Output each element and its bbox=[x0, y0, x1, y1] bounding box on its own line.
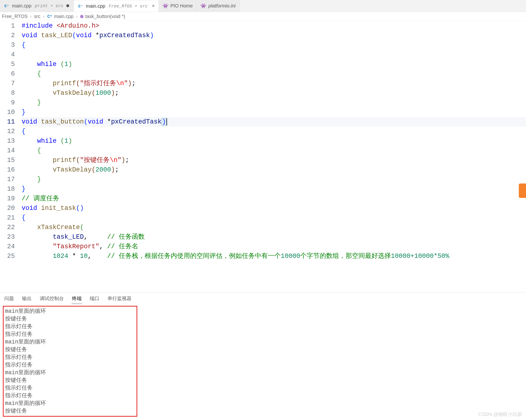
tab-title: PIO Home bbox=[170, 3, 193, 9]
breadcrumb-part[interactable]: Free_RTOS bbox=[2, 14, 28, 19]
code-line[interactable]: printf("指示灯任务\n"); bbox=[22, 79, 526, 88]
terminal-line: 指示灯任务 bbox=[5, 330, 135, 338]
line-number: 14 bbox=[0, 146, 15, 155]
code-line[interactable]: void task_LED(void *pxCreatedTask) bbox=[22, 31, 526, 40]
code-line[interactable]: { bbox=[22, 146, 526, 155]
code-line[interactable]: while (1) bbox=[22, 136, 526, 146]
terminal-line: 按键任务 bbox=[5, 377, 135, 384]
terminal-line: 指示灯任务 bbox=[5, 384, 135, 392]
terminal-line: 指示灯任务 bbox=[5, 361, 135, 369]
line-number: 4 bbox=[0, 50, 15, 60]
code-line[interactable]: vTaskDelay(2000); bbox=[22, 165, 526, 175]
line-number: 6 bbox=[0, 69, 15, 79]
line-number: 17 bbox=[0, 175, 15, 184]
code-line[interactable]: "TaskReport", // 任务名 bbox=[22, 242, 526, 251]
symbol-icon: ⬢ bbox=[80, 14, 84, 19]
line-number: 24 bbox=[0, 242, 15, 251]
tab-title: platformio.ini bbox=[208, 3, 235, 9]
code-line[interactable]: printf("按键任务\n"); bbox=[22, 155, 526, 165]
code-line[interactable]: xTaskCreate( bbox=[22, 223, 526, 232]
code-line[interactable]: void init_task() bbox=[22, 203, 526, 213]
code-line[interactable]: } bbox=[22, 184, 526, 194]
watermark: CSDN @物联小玩家 bbox=[478, 411, 522, 418]
cpp-icon: C⁺ bbox=[78, 3, 83, 9]
line-number: 8 bbox=[0, 88, 15, 98]
code-line[interactable]: #include <Arduino.h> bbox=[22, 21, 526, 31]
terminal-line: main里面的循环 bbox=[5, 400, 135, 407]
breadcrumb-part[interactable]: src bbox=[34, 14, 40, 19]
code-area[interactable]: #include <Arduino.h>void task_LED(void *… bbox=[22, 21, 526, 292]
terminal-line: 指示灯任务 bbox=[5, 354, 135, 361]
breadcrumb-part[interactable]: task_button(void *) bbox=[85, 14, 125, 19]
code-line[interactable]: { bbox=[22, 127, 526, 136]
line-number: 22 bbox=[0, 223, 15, 232]
code-line[interactable]: } bbox=[22, 98, 526, 108]
line-number: 25 bbox=[0, 251, 15, 261]
line-number: 9 bbox=[0, 98, 15, 108]
terminal-line: 按键任务 bbox=[5, 407, 135, 415]
code-line[interactable] bbox=[22, 50, 526, 60]
line-number: 15 bbox=[0, 155, 15, 165]
line-number: 20 bbox=[0, 203, 15, 213]
line-number: 13 bbox=[0, 136, 15, 146]
code-line[interactable]: { bbox=[22, 40, 526, 50]
line-number: 2 bbox=[0, 31, 15, 40]
line-gutter: 1234567891011121314151617181920212223242… bbox=[0, 21, 22, 292]
terminal-line: main里面的循环 bbox=[5, 338, 135, 346]
platformio-side-badge[interactable] bbox=[519, 183, 526, 198]
panel-tabs: 问题输出调试控制台终端端口串行监视器 bbox=[0, 292, 526, 304]
editor-tab-0[interactable]: C⁺main.cppprint • src● bbox=[0, 0, 74, 12]
line-number: 1 bbox=[0, 21, 15, 31]
panel-tab-终端[interactable]: 终端 bbox=[71, 294, 82, 304]
breadcrumb-part[interactable]: main.cpp bbox=[54, 14, 73, 19]
panel-tab-端口[interactable]: 端口 bbox=[89, 294, 100, 304]
tab-subtitle: Free_RTOS • src bbox=[109, 4, 148, 9]
code-line[interactable]: vTaskDelay(1000); bbox=[22, 88, 526, 98]
code-line[interactable]: task_LED, // 任务函数 bbox=[22, 232, 526, 242]
panel-tab-调试控制台[interactable]: 调试控制台 bbox=[39, 294, 64, 304]
line-number: 12 bbox=[0, 127, 15, 136]
panel-tab-输出[interactable]: 输出 bbox=[22, 294, 32, 304]
line-number: 23 bbox=[0, 232, 15, 242]
terminal-line: 指示灯任务 bbox=[5, 392, 135, 400]
code-line[interactable]: { bbox=[22, 213, 526, 223]
chevron-right-icon: › bbox=[75, 14, 79, 19]
line-number: 3 bbox=[0, 40, 15, 50]
panel-tab-问题[interactable]: 问题 bbox=[4, 294, 14, 304]
chevron-right-icon: › bbox=[29, 14, 33, 19]
pio-icon: 👾 bbox=[201, 3, 206, 9]
panel-tab-串行监视器[interactable]: 串行监视器 bbox=[107, 294, 132, 304]
line-number: 7 bbox=[0, 79, 15, 88]
code-line[interactable]: while (1) bbox=[22, 60, 526, 69]
close-icon[interactable]: × bbox=[152, 3, 155, 9]
code-line[interactable]: void task_button(void *pxCreatedTask) bbox=[22, 117, 526, 127]
tab-subtitle: print • src bbox=[35, 4, 63, 8]
terminal-line: 指示灯任务 bbox=[5, 323, 135, 330]
terminal-line: main里面的循环 bbox=[5, 308, 135, 315]
cpp-icon: C⁺ bbox=[4, 3, 10, 9]
cpp-icon: C⁺ bbox=[47, 14, 52, 20]
terminal-line: main里面的循环 bbox=[5, 369, 135, 377]
bottom-panel: 问题输出调试控制台终端端口串行监视器 main里面的循环按键任务指示灯任务指示灯… bbox=[0, 292, 526, 420]
editor-tab-1[interactable]: C⁺main.cppFree_RTOS • src× bbox=[74, 0, 159, 12]
code-editor[interactable]: 1234567891011121314151617181920212223242… bbox=[0, 21, 526, 292]
line-number: 16 bbox=[0, 165, 15, 175]
terminal-line: 按键任务 bbox=[5, 346, 135, 354]
editor-tab-3[interactable]: 👾platformio.ini bbox=[197, 0, 240, 12]
code-line[interactable]: } bbox=[22, 175, 526, 184]
pio-icon: 👾 bbox=[163, 3, 168, 9]
line-number: 11 bbox=[0, 117, 15, 127]
chevron-right-icon: › bbox=[42, 14, 45, 19]
terminal-line: 按键任务 bbox=[5, 315, 135, 323]
line-number: 5 bbox=[0, 60, 15, 69]
tab-bar: C⁺main.cppprint • src●C⁺main.cppFree_RTO… bbox=[0, 0, 526, 12]
editor-tab-2[interactable]: 👾PIO Home bbox=[159, 0, 197, 12]
terminal-output[interactable]: main里面的循环按键任务指示灯任务指示灯任务main里面的循环按键任务指示灯任… bbox=[3, 306, 137, 417]
tab-title: main.cpp bbox=[12, 3, 31, 9]
line-number: 19 bbox=[0, 194, 15, 203]
line-number: 10 bbox=[0, 108, 15, 117]
code-line[interactable]: { bbox=[22, 69, 526, 79]
code-line[interactable]: } bbox=[22, 108, 526, 117]
code-line[interactable]: // 调度任务 bbox=[22, 194, 526, 203]
code-line[interactable]: 1024 * 10, // 任务栈，根据任务内使用的空间评估，例如任务中有一个1… bbox=[22, 251, 526, 261]
